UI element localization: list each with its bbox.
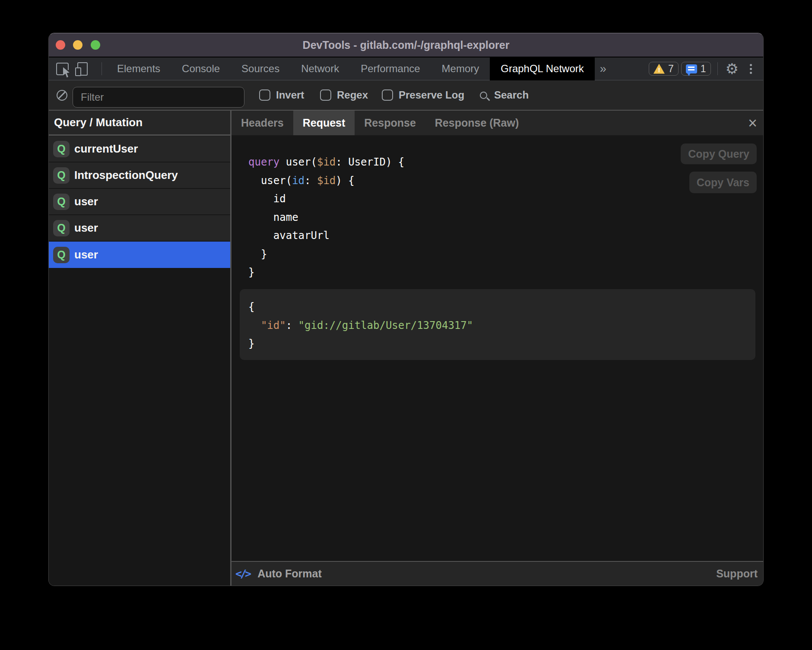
tab-console[interactable]: Console <box>171 57 231 80</box>
checkbox-invert[interactable]: Invert <box>259 80 304 110</box>
tab-memory[interactable]: Memory <box>431 57 490 80</box>
detail-tab-response[interactable]: Response <box>355 111 425 135</box>
checkbox-label-invert: Invert <box>276 89 304 101</box>
settings-gear-icon[interactable]: ⚙ <box>726 61 739 76</box>
query-panel: Query / Mutation QcurrentUserQIntrospect… <box>49 111 230 586</box>
warning-icon: ! <box>653 64 665 74</box>
search-control[interactable]: Search <box>480 80 529 110</box>
query-list-item[interactable]: QcurrentUser <box>49 136 230 162</box>
code-line: "id": "gid://gitlab/User/13704317" <box>248 316 755 335</box>
query-list-item[interactable]: Quser <box>49 189 230 214</box>
filter-input[interactable] <box>73 87 244 108</box>
checkbox-box-preserve-log[interactable] <box>382 89 393 101</box>
code-line: name <box>248 208 404 227</box>
titlebar[interactable]: DevTools - gitlab.com/-/graphql-explorer <box>49 33 763 57</box>
query-list-item-label: user <box>74 221 98 235</box>
messages-badge[interactable]: 1 <box>681 62 711 76</box>
query-list-item-label: IntrospectionQuery <box>74 169 178 182</box>
message-icon <box>686 64 697 73</box>
code-line: } <box>248 245 404 264</box>
close-window-button[interactable] <box>56 40 65 50</box>
menu-dots-icon[interactable] <box>750 64 754 74</box>
detail-footer: </> Auto Format Support <box>232 561 763 586</box>
code-line: } <box>248 335 755 353</box>
query-panel-header-label: Query / Mutation <box>54 116 143 129</box>
query-panel-header: Query / Mutation <box>49 111 230 136</box>
support-link[interactable]: Support <box>716 567 758 580</box>
request-tabs: HeadersRequestResponseResponse (Raw) <box>232 111 528 135</box>
more-tabs-chevron[interactable]: » <box>600 62 606 76</box>
code-line: { <box>248 298 755 316</box>
tab-performance[interactable]: Performance <box>350 57 431 80</box>
request-query-code: query user($id: UserID) { user(id: $id) … <box>248 153 404 282</box>
checkbox-preserve-log[interactable]: Preserve Log <box>382 80 464 110</box>
minimize-window-button[interactable] <box>73 40 82 50</box>
filter-toolbar: InvertRegexPreserve Log Search <box>49 80 763 111</box>
issues-badge[interactable]: ! 7 <box>649 62 679 76</box>
checkbox-label-regex: Regex <box>337 89 368 101</box>
query-type-icon: Q <box>53 141 70 157</box>
code-line: user(id: $id) { <box>248 172 404 190</box>
query-list-item-label: user <box>74 195 98 208</box>
query-type-icon: Q <box>53 167 70 184</box>
main-area: Query / Mutation QcurrentUserQIntrospect… <box>49 111 763 586</box>
detail-tab-request[interactable]: Request <box>293 111 355 135</box>
query-list-item[interactable]: Quser <box>49 215 230 241</box>
device-toolbar-icon[interactable] <box>77 62 88 76</box>
tabbar-separator <box>102 62 102 75</box>
request-content: query user($id: UserID) { user(id: $id) … <box>232 135 763 561</box>
query-type-icon: Q <box>53 247 70 263</box>
code-line: avatarUrl <box>248 226 404 245</box>
query-list-item-label: user <box>74 248 98 261</box>
tab-sources[interactable]: Sources <box>231 57 290 80</box>
checkbox-box-invert[interactable] <box>259 89 270 101</box>
search-icon <box>480 92 487 99</box>
devtools-tabbar: ElementsConsoleSourcesNetworkPerformance… <box>49 57 763 80</box>
inspect-element-icon[interactable] <box>56 63 69 75</box>
zoom-window-button[interactable] <box>91 40 100 50</box>
tab-elements[interactable]: Elements <box>106 57 171 80</box>
copy-vars-button[interactable]: Copy Vars <box>689 172 757 193</box>
tab-network[interactable]: Network <box>290 57 350 80</box>
code-line: query user($id: UserID) { <box>248 153 404 172</box>
query-list-item[interactable]: QIntrospectionQuery <box>49 162 230 188</box>
checkbox-box-regex[interactable] <box>320 89 331 101</box>
tab-graphql-network[interactable]: GraphQL Network <box>490 57 595 80</box>
code-line: id <box>248 190 404 208</box>
search-label: Search <box>494 89 529 101</box>
query-type-icon: Q <box>53 194 70 210</box>
auto-format-icon: </> <box>235 567 250 580</box>
detail-tab-response-raw[interactable]: Response (Raw) <box>425 111 528 135</box>
auto-format-label[interactable]: Auto Format <box>257 567 322 580</box>
query-list: QcurrentUserQIntrospectionQueryQuserQuse… <box>49 136 230 269</box>
tabbar-badges: ! 7 1 ⚙ <box>649 57 754 80</box>
checkbox-regex[interactable]: Regex <box>320 80 368 110</box>
copy-query-button[interactable]: Copy Query <box>681 143 757 164</box>
query-type-icon: Q <box>53 220 70 236</box>
devtools-window: DevTools - gitlab.com/-/graphql-explorer… <box>48 33 764 586</box>
checkbox-label-preserve-log: Preserve Log <box>399 89 464 101</box>
issues-count: 7 <box>668 63 674 75</box>
close-detail-icon[interactable]: × <box>748 111 757 135</box>
detail-tabs: HeadersRequestResponseResponse (Raw) × <box>232 111 763 135</box>
detail-panel: HeadersRequestResponseResponse (Raw) × q… <box>232 111 763 586</box>
window-title: DevTools - gitlab.com/-/graphql-explorer <box>303 39 510 51</box>
badges-separator <box>717 62 718 75</box>
messages-count: 1 <box>701 63 706 75</box>
devtools-tabs: ElementsConsoleSourcesNetworkPerformance… <box>106 57 595 80</box>
clear-filter-icon[interactable] <box>57 90 67 101</box>
detail-tab-headers[interactable]: Headers <box>232 111 293 135</box>
query-list-item[interactable]: Quser <box>49 242 230 268</box>
code-line: } <box>248 263 404 282</box>
query-list-item-label: currentUser <box>74 142 138 156</box>
request-variables-box: { "id": "gid://gitlab/User/13704317"} <box>240 289 755 360</box>
